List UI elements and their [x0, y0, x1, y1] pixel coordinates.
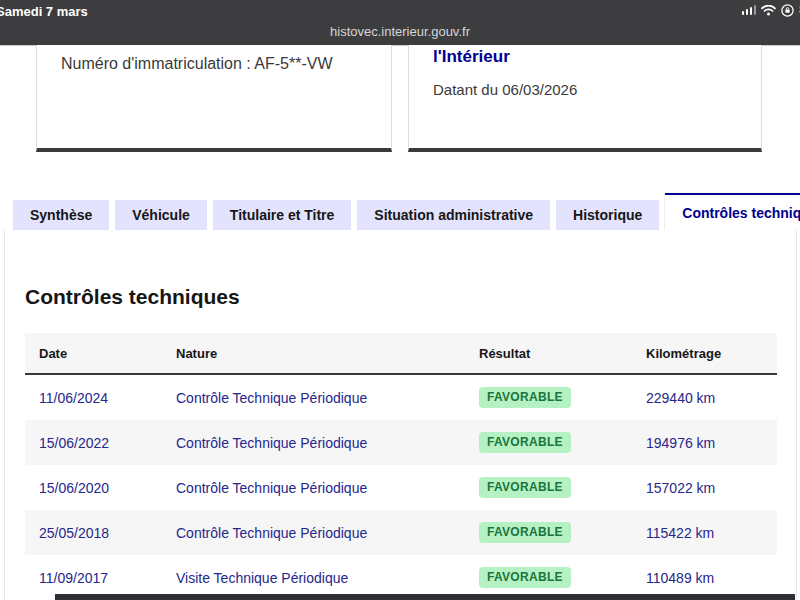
result-badge: FAVORABLE [479, 477, 571, 498]
cell-nature: Contrôle Technique Périodique [162, 420, 465, 465]
wifi-icon [761, 5, 776, 16]
cell-resultat: FAVORABLE [465, 465, 632, 510]
cell-kilometrage: 157022 km [632, 465, 777, 510]
cell-date: 25/05/2018 [25, 510, 162, 555]
table-row: 25/05/2018 Contrôle Technique Périodique… [25, 510, 777, 555]
cell-kilometrage: 194976 km [632, 420, 777, 465]
screen: Samedi 7 mars 8 histovec.interieur.gouv.… [0, 0, 800, 600]
status-icons: 8 [742, 3, 800, 17]
cell-kilometrage: 115422 km [632, 510, 777, 555]
column-header-résultat: Résultat [465, 333, 632, 374]
tab-v-hicule[interactable]: Véhicule [115, 200, 207, 230]
cell-date: 11/06/2024 [25, 374, 162, 420]
tab-label: Situation administrative [374, 207, 533, 223]
technical-inspections-table: DateNatureRésultatKilométrage 11/06/2024… [25, 333, 777, 600]
result-badge: FAVORABLE [479, 432, 571, 453]
section-heading: Contrôles techniques [25, 285, 240, 309]
table-bottom-border [55, 594, 795, 600]
result-badge: FAVORABLE [479, 387, 571, 408]
browser-status-bar: Samedi 7 mars 8 histovec.interieur.gouv.… [0, 0, 800, 46]
cell-nature: Contrôle Technique Périodique [162, 465, 465, 510]
tab-synth-se[interactable]: Synthèse [13, 200, 109, 230]
result-badge: FAVORABLE [479, 567, 571, 588]
cell-kilometrage: 229440 km [632, 374, 777, 420]
registration-number: Numéro d'immatriculation : AF-5**-VW [61, 55, 391, 73]
status-date: Samedi 7 mars [0, 4, 88, 19]
tab-label: Titulaire et Titre [230, 207, 335, 223]
tab-label: Véhicule [132, 207, 190, 223]
tab-label: Historique [573, 207, 642, 223]
table-row: 15/06/2020 Contrôle Technique Périodique… [25, 465, 777, 510]
cell-date: 15/06/2020 [25, 465, 162, 510]
tab-historique[interactable]: Historique [556, 200, 659, 230]
cell-resultat: FAVORABLE [465, 420, 632, 465]
certificate-date: Datant du 06/03/2026 [433, 81, 761, 98]
table-header-row: DateNatureRésultatKilométrage [25, 333, 777, 374]
cell-date: 15/06/2022 [25, 420, 162, 465]
tab-label: Contrôles techniques [682, 205, 800, 221]
column-header-nature: Nature [162, 333, 465, 374]
address-bar[interactable]: histovec.interieur.gouv.fr [0, 24, 800, 39]
certificate-card: l'Intérieur Datant du 06/03/2026 [408, 45, 762, 152]
cell-nature: Contrôle Technique Périodique [162, 510, 465, 555]
cellular-signal-icon [742, 5, 757, 15]
table-row: 11/06/2024 Contrôle Technique Périodique… [25, 374, 777, 420]
cell-resultat: FAVORABLE [465, 510, 632, 555]
rotation-lock-icon [781, 4, 794, 17]
certificate-title: l'Intérieur [433, 47, 761, 67]
column-header-date: Date [25, 333, 162, 374]
tab-bar: Synthèse Véhicule Titulaire et Titre Sit… [13, 193, 800, 230]
registration-card: Numéro d'immatriculation : AF-5**-VW [36, 45, 392, 152]
table-row: 15/06/2022 Contrôle Technique Périodique… [25, 420, 777, 465]
cell-nature: Contrôle Technique Périodique [162, 374, 465, 420]
tab-panel-controles-techniques: Contrôles techniques DateNatureRésultatK… [4, 230, 797, 600]
tab-titulaire-et-titre[interactable]: Titulaire et Titre [213, 200, 352, 230]
cell-resultat: FAVORABLE [465, 374, 632, 420]
tab-contr-les-techniques[interactable]: Contrôles techniques [665, 193, 800, 230]
result-badge: FAVORABLE [479, 522, 571, 543]
column-header-kilométrage: Kilométrage [632, 333, 777, 374]
tab-label: Synthèse [30, 207, 92, 223]
tab-situation-administrative[interactable]: Situation administrative [357, 200, 550, 230]
